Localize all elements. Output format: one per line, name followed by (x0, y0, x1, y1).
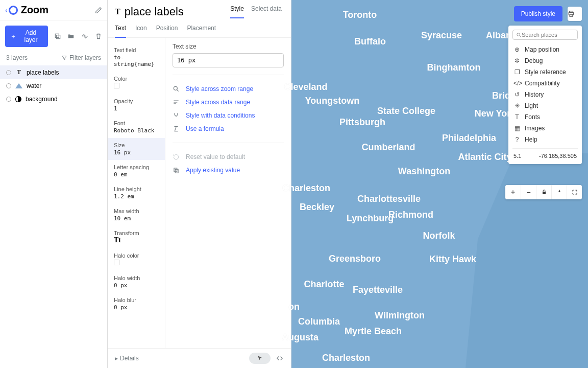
svg-line-13 (520, 35, 521, 37)
delete-icon[interactable] (95, 33, 102, 40)
city-label: Brid (492, 90, 510, 101)
back-icon[interactable]: ‹ (5, 6, 8, 14)
option-reset-default[interactable]: Reset value to default (173, 150, 284, 164)
city-label: Syracuse (421, 30, 462, 41)
svg-rect-14 (543, 192, 546, 195)
add-layer-button[interactable]: ＋ Add layer (5, 26, 48, 47)
prop-label: Halo blur (114, 297, 159, 303)
text-layer-icon: T (15, 68, 22, 76)
search-places-input[interactable] (522, 32, 574, 38)
tab-placement[interactable]: Placement (187, 25, 216, 37)
panel-item-style-reference[interactable]: ❐Style reference (512, 66, 578, 78)
logo-icon (9, 6, 18, 15)
city-label: State College (377, 106, 435, 117)
tab-select-data[interactable]: Select data (251, 5, 282, 18)
layer-item-background[interactable]: background (0, 93, 107, 106)
city-label: Binghamton (427, 62, 481, 73)
option-formula[interactable]: Use a formula (173, 122, 284, 135)
compatibility-icon: </> (513, 80, 521, 87)
zoom-out-button[interactable]: − (521, 185, 536, 199)
panel-item-label: Light (525, 102, 538, 109)
fill-layer-icon (15, 83, 22, 88)
add-layer-label: Add layer (19, 29, 43, 43)
city-label: Charlottesville (357, 194, 421, 204)
map-position-icon: ⊕ (513, 46, 521, 53)
print-button[interactable] (568, 7, 582, 21)
prop-value: 16 px (114, 149, 159, 156)
panel-item-light[interactable]: ☀Light (512, 100, 578, 111)
visibility-toggle-icon[interactable] (6, 97, 11, 102)
layer-item-place-labels[interactable]: T place labels (0, 65, 107, 79)
prop-opacity[interactable]: Opacity 1 (108, 94, 165, 116)
option-style-data-range[interactable]: Style across data range (173, 96, 284, 109)
filter-layers-button[interactable]: Filter layers (61, 54, 101, 61)
option-style-zoom-range[interactable]: Style across zoom range (173, 82, 284, 96)
option-apply-existing[interactable]: Apply existing value (173, 164, 284, 177)
fullscreen-button[interactable] (567, 185, 582, 199)
json-view-icon[interactable] (276, 355, 284, 362)
prop-max-width[interactable]: Max width 10 em (108, 204, 165, 226)
properties-header: T place labels Style Select data (108, 0, 291, 18)
prop-letter-spacing[interactable]: Letter spacing 0 em (108, 160, 165, 182)
layer-count: 3 layers (6, 54, 28, 61)
background-layer-icon (15, 96, 21, 102)
city-label: Charlotte (304, 279, 344, 290)
transform-icon: Tt (114, 236, 159, 244)
prop-size[interactable]: Size 16 px (108, 138, 165, 160)
tab-icon[interactable]: Icon (135, 25, 147, 37)
tab-text[interactable]: Text (115, 25, 126, 38)
prop-line-height[interactable]: Line height 1.2 em (108, 182, 165, 204)
prop-label: Size (114, 142, 159, 148)
panel-item-map-position[interactable]: ⊕Map position (512, 44, 578, 55)
duplicate-icon[interactable] (54, 33, 61, 40)
group-icon[interactable] (81, 33, 89, 40)
properties-footer: ▸ Details (108, 348, 291, 368)
panel-item-label: Debug (525, 57, 543, 64)
map-canvas[interactable]: TorontoBuffaloSyracuseAlbanyClevelandBin… (291, 0, 588, 368)
city-label: Pittsburgh (339, 117, 385, 128)
svg-point-2 (174, 86, 177, 90)
option-style-data-conditions[interactable]: Style with data conditions (173, 109, 284, 122)
map-options-panel: ⊕Map position✲Debug❐Style reference</>Co… (508, 26, 582, 164)
prop-color[interactable]: Color (108, 72, 165, 94)
pointer-mode-toggle[interactable] (249, 353, 271, 364)
filter-icon (61, 55, 67, 61)
panel-item-compatibility[interactable]: </>Compatibility (512, 78, 578, 89)
coord-bar: 5.1 -76.165,38.505 (512, 148, 578, 160)
color-swatch-icon (114, 260, 119, 265)
details-toggle[interactable]: ▸ Details (115, 355, 139, 362)
layer-name: background (26, 96, 58, 103)
panel-item-fonts[interactable]: TFonts (512, 111, 578, 123)
panel-item-images[interactable]: ▦Images (512, 123, 578, 134)
tab-position[interactable]: Position (156, 25, 178, 37)
layer-item-water[interactable]: water (0, 79, 107, 93)
prop-transform[interactable]: Transform Tt (108, 226, 165, 248)
prop-halo-width[interactable]: Halo width 0 px (108, 271, 165, 293)
panel-item-debug[interactable]: ✲Debug (512, 55, 578, 66)
tab-style[interactable]: Style (230, 5, 244, 18)
prop-label: Halo width (114, 275, 159, 281)
city-label: Atlantic City (458, 152, 511, 163)
panel-item-history[interactable]: ↺History (512, 89, 578, 100)
zoom-in-button[interactable]: ＋ (505, 185, 521, 199)
option-label: Reset value to default (186, 153, 245, 160)
details-label: Details (120, 355, 139, 362)
city-label: Augusta (282, 332, 318, 343)
prop-text-field[interactable]: Text field to-string{name} (108, 43, 165, 72)
prop-font[interactable]: Font Roboto Black (108, 116, 165, 138)
prop-halo-blur[interactable]: Halo blur 0 px (108, 293, 165, 315)
reset-icon (173, 153, 181, 160)
lock-button[interactable] (536, 185, 551, 199)
prop-value: 0 em (114, 171, 159, 178)
city-label: Youngstown (305, 96, 360, 106)
panel-item-help[interactable]: ?Help (512, 134, 578, 145)
edit-name-icon[interactable] (95, 7, 102, 14)
visibility-toggle-icon[interactable] (6, 83, 11, 88)
style-reference-icon: ❐ (513, 68, 521, 76)
prop-halo-color[interactable]: Halo color (108, 248, 165, 271)
text-size-input[interactable] (173, 53, 284, 67)
publish-button[interactable]: Publish style (514, 6, 562, 21)
folder-icon[interactable] (67, 33, 75, 40)
compass-button[interactable] (551, 185, 567, 199)
visibility-toggle-icon[interactable] (6, 70, 11, 75)
